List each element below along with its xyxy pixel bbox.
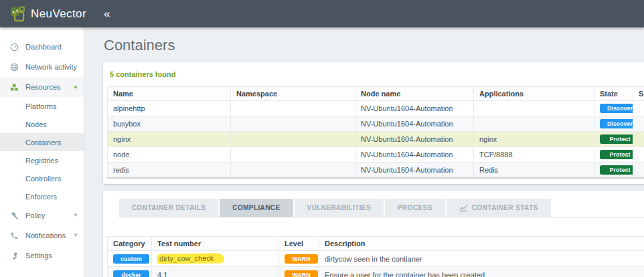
sidebar-item-policy[interactable]: Policy ▼ — [0, 205, 84, 225]
container-row-alpinehttp[interactable]: alpinehttp NV-Ubuntu1604-Automation Disc… — [108, 101, 644, 116]
compliance-row-dirty-cow[interactable]: custom dirty_cow_check WARN dirtycow see… — [108, 251, 644, 267]
sidebar: Dashboard Network activity Resources ▲ P… — [0, 27, 84, 277]
state-badge: Protect — [600, 134, 633, 144]
cell-name: nginx — [108, 132, 231, 147]
sidebar-item-controllers[interactable]: Controllers — [0, 169, 84, 187]
cell-test-number: 4.1 — [152, 267, 279, 277]
cell-name: alpinehttp — [108, 101, 231, 116]
sidebar-label: Registries — [25, 157, 58, 165]
tab-container-details[interactable]: CONTAINER DETAILS — [119, 199, 218, 217]
tab-vulnerabilities[interactable]: VULNERABILITIES — [295, 199, 384, 217]
sidebar-label: Dashboard — [25, 43, 62, 51]
compliance-row-4-1[interactable]: docker 4.1 WARN Ensure a user for the co… — [108, 267, 644, 277]
brand-name: NeuVector — [31, 7, 86, 21]
page-title: Containers — [104, 37, 644, 54]
sidebar-item-nodes[interactable]: Nodes — [0, 115, 84, 133]
cell-description: Ensure a user for the container has been… — [319, 267, 644, 277]
category-badge: custom — [113, 254, 149, 264]
cell-name: node — [108, 147, 231, 163]
container-row-node[interactable]: node NV-Ubuntu1604-Automation TCP/8888 P… — [108, 147, 644, 163]
level-badge: WARN — [285, 270, 318, 277]
cell-description: dirtycow seen in the contianer — [319, 251, 644, 267]
sidebar-item-platforms[interactable]: Platforms — [0, 97, 84, 115]
cell-namespace — [231, 163, 355, 179]
tab-label: COMPLIANCE — [232, 204, 280, 211]
tab-process[interactable]: PROCESS — [385, 199, 445, 217]
cell-applications: nginx — [474, 132, 594, 147]
sidebar-item-resources[interactable]: Resources ▲ — [0, 77, 84, 97]
neuvector-logo: NeuVector — [9, 5, 86, 23]
column-header-namespace[interactable]: Namespace — [231, 87, 355, 101]
sidebar-item-settings[interactable]: Settings — [0, 246, 84, 266]
cell-cutoff — [633, 101, 644, 116]
sidebar-label: Resources — [25, 83, 61, 91]
cell-cutoff — [633, 132, 644, 147]
gavel-icon — [10, 211, 19, 220]
container-row-busybox[interactable]: busybox NV-Ubuntu1604-Automation Discove… — [108, 116, 644, 132]
cell-namespace — [231, 132, 355, 147]
sidebar-item-network-activity[interactable]: Network activity — [0, 57, 84, 77]
app-header: NeuVector « — [0, 0, 644, 27]
container-row-redis[interactable]: redis NV-Ubuntu1604-Automation Redis Pro… — [108, 163, 644, 179]
neuvector-logo-icon — [9, 5, 26, 23]
cell-cutoff — [633, 163, 644, 179]
chevron-up-icon: ▲ — [73, 84, 78, 90]
cell-node-name: NV-Ubuntu1604-Automation — [355, 163, 474, 179]
state-badge: Discover — [600, 104, 633, 113]
sidebar-label: Containers — [25, 138, 61, 147]
cell-applications: TCP/8888 — [474, 147, 594, 163]
column-header-node-name[interactable]: Node name — [355, 87, 474, 101]
sidebar-item-registries[interactable]: Registries — [0, 151, 84, 169]
highlighted-test-number: dirty_cow_check — [157, 254, 224, 264]
column-header-name[interactable]: Name — [108, 87, 231, 101]
cell-cutoff — [633, 116, 644, 132]
sidebar-item-enforcers[interactable]: Enforcers — [0, 187, 84, 205]
tab-container-stats[interactable]: CONTAINER STATS — [447, 199, 551, 217]
state-badge: Protect — [600, 150, 633, 159]
compliance-table: Category Test number Level Description c… — [107, 236, 644, 277]
dashboard-icon — [10, 43, 19, 52]
containers-count: 5 containers found — [110, 70, 644, 78]
tab-label: CONTAINER STATS — [472, 204, 538, 211]
cubes-icon — [10, 83, 19, 92]
globe-icon — [10, 63, 19, 72]
container-row-nginx[interactable]: nginx NV-Ubuntu1604-Automation nginx Pro… — [108, 132, 644, 147]
container-details-card: CONTAINER DETAILS COMPLIANCE VULNERABILI… — [103, 191, 644, 277]
column-header-description[interactable]: Description — [319, 237, 644, 251]
chevron-down-icon: ▼ — [73, 233, 78, 238]
sidebar-label: Notifications — [25, 232, 66, 240]
column-header-cutoff[interactable]: Se — [633, 87, 644, 101]
state-badge: Protect — [600, 165, 633, 175]
compliance-table-header: Category Test number Level Description — [108, 237, 644, 251]
column-header-test-number[interactable]: Test number — [152, 237, 279, 251]
sidebar-label: Enforcers — [25, 193, 57, 201]
containers-card: 5 containers found Name Namespace Node n… — [103, 62, 644, 184]
column-header-applications[interactable]: Applications — [474, 87, 594, 101]
cell-namespace — [231, 101, 355, 116]
sidebar-label: Platforms — [25, 102, 56, 110]
sidebar-item-dashboard[interactable]: Dashboard — [0, 37, 84, 57]
sidebar-label: Settings — [25, 252, 52, 260]
sidebar-label: Controllers — [25, 175, 61, 183]
cell-node-name: NV-Ubuntu1604-Automation — [355, 147, 474, 163]
tab-compliance[interactable]: COMPLIANCE — [220, 199, 293, 217]
sidebar-item-notifications[interactable]: Notifications ▼ — [0, 225, 84, 246]
column-header-state[interactable]: State — [594, 87, 633, 101]
sidebar-item-containers[interactable]: Containers — [0, 133, 84, 151]
chevron-down-icon: ▼ — [73, 213, 78, 218]
cell-namespace — [231, 147, 355, 163]
sidebar-label: Policy — [25, 211, 45, 219]
tab-label: CONTAINER DETAILS — [132, 204, 206, 211]
line-chart-icon — [459, 204, 468, 211]
cell-applications — [474, 116, 594, 132]
sidebar-label: Network activity — [25, 63, 77, 71]
column-header-level[interactable]: Level — [279, 237, 319, 251]
category-badge: docker — [113, 270, 149, 277]
containers-table: Name Namespace Node name Applications St… — [107, 86, 644, 179]
sidebar-collapse-button[interactable]: « — [104, 8, 110, 19]
cell-node-name: NV-Ubuntu1604-Automation — [355, 101, 474, 116]
column-header-category[interactable]: Category — [108, 237, 152, 251]
tab-label: PROCESS — [398, 204, 432, 211]
cell-name: busybox — [108, 116, 231, 132]
wrench-icon — [10, 252, 19, 260]
